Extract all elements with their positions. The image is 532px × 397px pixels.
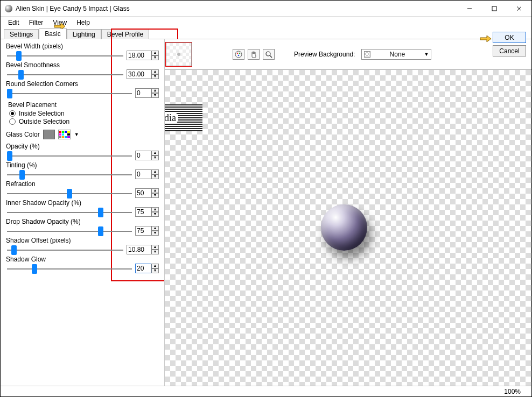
radio-inside-selection[interactable]: Inside Selection — [9, 110, 159, 117]
slider-refraction[interactable] — [7, 193, 132, 194]
param-round-corners: Round Selection Corners ▲▼ — [6, 80, 159, 98]
spin-drop-shadow[interactable]: ▲▼ — [151, 226, 159, 236]
zoom-level: 100% — [504, 388, 521, 395]
ok-button[interactable]: OK — [493, 32, 526, 43]
param-shadow-offset: Shadow Offset (pixels) ▲▼ — [6, 237, 159, 254]
param-bevel-smoothness: Bevel Smoothness ▲▼ — [6, 61, 159, 79]
input-bevel-width[interactable] — [127, 51, 151, 60]
radio-label-inside: Inside Selection — [19, 110, 65, 117]
spin-tinting[interactable]: ▲▼ — [151, 169, 159, 179]
app-icon — [5, 5, 12, 12]
hand-tool-icon[interactable] — [248, 49, 260, 60]
input-shadow-glow[interactable] — [135, 264, 151, 273]
group-bevel-placement: Bevel Placement Inside Selection Outside… — [6, 101, 159, 125]
label-glass-color: Glass Color — [6, 131, 40, 138]
palette-button[interactable] — [58, 130, 71, 139]
preview-canvas[interactable]: claudia — [165, 69, 531, 386]
cancel-button-label: Cancel — [499, 47, 519, 55]
svg-line-9 — [270, 55, 272, 58]
param-refraction: Refraction ▲▼ — [6, 180, 159, 198]
input-tinting[interactable] — [135, 169, 151, 179]
input-opacity[interactable] — [135, 151, 151, 160]
basic-panel: Bevel Width (pixels) ▲▼ Bevel Smoothness — [1, 39, 164, 386]
input-bevel-smoothness[interactable] — [127, 69, 151, 79]
spin-shadow-glow[interactable]: ▲▼ — [151, 264, 159, 273]
svg-point-8 — [266, 52, 270, 56]
slider-shadow-glow[interactable] — [7, 268, 132, 270]
minimize-button[interactable] — [457, 1, 482, 17]
menu-edit[interactable]: Edit — [4, 18, 24, 27]
titlebar: Alien Skin | Eye Candy 5 Impact | Glass — [1, 1, 531, 17]
slider-bevel-width[interactable] — [7, 55, 123, 56]
spin-inner-shadow[interactable]: ▲▼ — [151, 207, 159, 217]
tab-lighting[interactable]: Lighting — [67, 29, 101, 39]
spin-bevel-width[interactable]: ▲▼ — [151, 51, 159, 60]
radio-icon — [9, 118, 16, 125]
label-opacity: Opacity (%) — [6, 143, 159, 150]
svg-point-6 — [239, 53, 241, 54]
param-drop-shadow: Drop Shadow Opacity (%) ▲▼ — [6, 218, 159, 236]
label-round-corners: Round Selection Corners — [6, 80, 159, 88]
preview-area: Preview Background: None ▼ claudia — [164, 39, 531, 386]
glass-color-swatch[interactable] — [43, 130, 55, 139]
sample-text: claudia — [165, 112, 178, 124]
preview-bg-label: Preview Background: — [294, 51, 355, 58]
chevron-down-icon[interactable]: ▼ — [74, 132, 79, 137]
slider-opacity[interactable] — [7, 155, 132, 157]
maximize-button[interactable] — [482, 1, 507, 17]
svg-rect-1 — [492, 6, 496, 11]
label-tinting: Tinting (%) — [6, 161, 159, 169]
tab-bevel-profile[interactable]: Bevel Profile — [101, 29, 149, 39]
input-round-corners[interactable] — [135, 88, 151, 98]
zoom-tool-icon[interactable] — [263, 49, 275, 60]
param-inner-shadow: Inner Shadow Opacity (%) ▲▼ — [6, 199, 159, 217]
menu-filter[interactable]: Filter — [25, 18, 48, 27]
spin-bevel-smoothness[interactable]: ▲▼ — [151, 69, 159, 79]
chevron-down-icon: ▼ — [424, 52, 429, 57]
preview-bg-value: None — [390, 51, 405, 58]
preview-toolbar — [233, 49, 275, 60]
slider-inner-shadow[interactable] — [7, 212, 132, 213]
app-window: Alien Skin | Eye Candy 5 Impact | Glass … — [0, 0, 532, 397]
status-bar: 100% — [1, 386, 531, 396]
input-drop-shadow[interactable] — [135, 226, 151, 236]
menu-view[interactable]: View — [48, 18, 71, 27]
ok-button-label: OK — [505, 34, 514, 41]
row-glass-color: Glass Color ▼ — [6, 130, 159, 139]
slider-shadow-offset[interactable] — [7, 250, 123, 251]
slider-round-corners[interactable] — [7, 93, 132, 94]
thumbnail-slot[interactable] — [166, 42, 192, 66]
label-shadow-offset: Shadow Offset (pixels) — [6, 237, 159, 244]
spin-round-corners[interactable]: ▲▼ — [151, 88, 159, 98]
menu-help[interactable]: Help — [72, 18, 94, 27]
slider-tinting[interactable] — [7, 174, 132, 175]
spin-opacity[interactable]: ▲▼ — [151, 151, 159, 160]
menubar: Edit Filter View Help — [1, 17, 531, 29]
radio-label-outside: Outside Selection — [19, 118, 69, 125]
tab-settings[interactable]: Settings — [4, 29, 39, 39]
input-shadow-offset[interactable] — [127, 245, 151, 254]
svg-point-4 — [235, 51, 242, 58]
spin-refraction[interactable]: ▲▼ — [151, 188, 159, 198]
input-refraction[interactable] — [135, 188, 151, 198]
input-inner-shadow[interactable] — [135, 207, 151, 217]
param-tinting: Tinting (%) ▲▼ — [6, 161, 159, 179]
slider-bevel-smoothness[interactable] — [7, 74, 123, 75]
svg-point-5 — [237, 53, 239, 54]
param-opacity: Opacity (%) ▲▼ — [6, 143, 159, 160]
window-controls — [457, 1, 531, 17]
tab-basic[interactable]: Basic — [39, 29, 66, 39]
label-inner-shadow: Inner Shadow Opacity (%) — [6, 199, 159, 207]
cancel-button[interactable]: Cancel — [493, 45, 526, 56]
spin-shadow-offset[interactable]: ▲▼ — [151, 245, 159, 254]
param-shadow-glow: Shadow Glow ▲▼ — [6, 256, 159, 273]
radio-outside-selection[interactable]: Outside Selection — [9, 118, 159, 125]
preview-bg-select[interactable]: None ▼ — [361, 49, 431, 60]
label-refraction: Refraction — [6, 180, 159, 188]
sample-text-strip: claudia — [165, 104, 202, 131]
slider-drop-shadow[interactable] — [7, 231, 132, 232]
body: Bevel Width (pixels) ▲▼ Bevel Smoothness — [1, 39, 531, 386]
palette-tool-icon[interactable] — [233, 49, 244, 60]
window-title: Alien Skin | Eye Candy 5 Impact | Glass — [16, 5, 457, 12]
close-button[interactable] — [507, 1, 531, 17]
